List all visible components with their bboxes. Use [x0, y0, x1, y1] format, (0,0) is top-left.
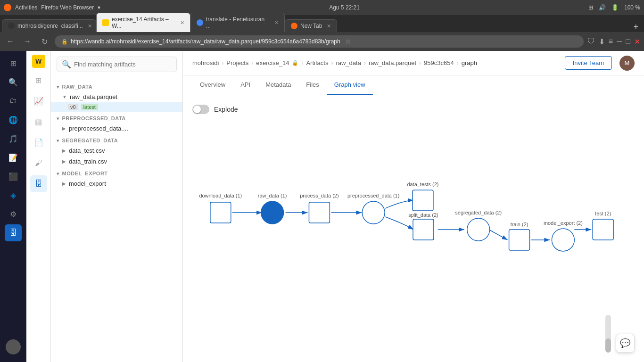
search-input[interactable] — [74, 61, 172, 68]
node-preprocessed-data-label: preprocessed_data (1) — [347, 193, 399, 198]
version-item-v0[interactable]: v0 latest — [51, 102, 182, 112]
artifact-item-preprocessed-data[interactable]: ▶ preprocessed_data.... — [51, 123, 182, 134]
wandb-tab-icon — [102, 19, 109, 26]
tab-github-label: mohrosidi/genre_classifi... — [17, 23, 83, 29]
raw-data-parquet-label: raw_data.parquet — [70, 93, 117, 100]
chat-button[interactable]: 💬 — [616, 334, 635, 353]
os-files-icon[interactable]: 🗂 — [5, 92, 22, 109]
tab-metadata[interactable]: Metadata — [258, 75, 298, 95]
collapse-model-export-icon: ▾ — [57, 171, 59, 176]
model-export-group-label: MODEL_EXPORT — [62, 171, 108, 176]
battery-label: 100 % — [624, 4, 640, 11]
breadcrumb-hash[interactable]: 959c3c654 — [424, 59, 454, 66]
breadcrumb-raw-data[interactable]: raw_data — [336, 59, 361, 66]
content-tabs: Overview API Metadata Files Graph view — [183, 75, 644, 95]
wandb-report-icon[interactable]: 📄 — [30, 134, 47, 151]
collapse-preprocessed-icon: ▾ — [57, 116, 59, 121]
os-db-icon[interactable]: 🗄 — [5, 224, 22, 241]
artifact-group-segregated-header[interactable]: ▾ SEGREGATED_DATA — [51, 136, 182, 145]
tab-wandb-close[interactable]: ✕ — [180, 20, 184, 26]
node-test[interactable] — [593, 219, 613, 240]
explode-switch[interactable] — [192, 105, 209, 114]
forward-button[interactable]: → — [21, 35, 34, 48]
artifact-item-model-export[interactable]: ▶ model_export — [51, 178, 182, 189]
minimize-button[interactable]: ─ — [617, 37, 622, 46]
wandb-brush-icon[interactable]: 🖌 — [30, 155, 47, 172]
wandb-chart-icon[interactable]: 📈 — [30, 92, 47, 109]
node-segregated-data[interactable] — [467, 218, 490, 241]
tab-newtab-close[interactable]: ✕ — [327, 23, 331, 29]
tab-wandb-label: exercise_14 Artifacts – W... — [112, 16, 175, 29]
artifact-item-data-test-csv[interactable]: ▶ data_test.csv — [51, 145, 182, 156]
tab-github-close[interactable]: ✕ — [88, 23, 92, 29]
node-model-export[interactable] — [552, 229, 574, 251]
tab-api[interactable]: API — [233, 75, 258, 95]
node-train-label: train (2) — [511, 222, 528, 227]
artifact-group-preprocessed-header[interactable]: ▾ PREPROCESSED_DATA — [51, 114, 182, 123]
node-download-data[interactable] — [210, 202, 231, 223]
tab-wandb[interactable]: exercise_14 Artifacts – W... ✕ — [96, 13, 190, 32]
node-train[interactable] — [509, 230, 530, 250]
tab-translate-close[interactable]: ✕ — [274, 20, 279, 26]
os-vscode-icon[interactable]: ◈ — [5, 187, 22, 204]
os-terminal-icon[interactable]: ⬛ — [5, 168, 22, 185]
menu-icon[interactable]: ≡ — [609, 37, 613, 46]
tab-files[interactable]: Files — [298, 75, 326, 95]
node-preprocessed-data[interactable] — [362, 201, 385, 224]
graph-view: Explode — [183, 95, 644, 362]
artifact-tree: ▾ RAW_DATA ▼ raw_data.parquet v0 latest — [51, 78, 182, 362]
os-apps-icon[interactable]: ⊞ — [5, 55, 22, 72]
tab-github[interactable]: mohrosidi/genre_classifi... ✕ — [2, 19, 96, 32]
wandb-home-icon[interactable]: ⊞ — [30, 72, 47, 89]
edge-preprocessed-splitdata — [385, 217, 413, 230]
sound-icon: 🔊 — [599, 4, 606, 11]
scrollbar-area[interactable] — [605, 315, 611, 353]
version-latest-badge: latest — [81, 104, 98, 110]
artifact-item-raw-data-parquet[interactable]: ▼ raw_data.parquet — [51, 91, 182, 102]
invite-team-button[interactable]: Invite Team — [565, 56, 612, 70]
tab-graph-view[interactable]: Graph view — [327, 75, 373, 95]
os-settings-icon[interactable]: ⚙ — [5, 206, 22, 222]
breadcrumb-raw-data-parquet[interactable]: raw_data.parquet — [369, 59, 416, 66]
os-text-icon[interactable]: 📝 — [5, 149, 22, 166]
breadcrumb-exercise14[interactable]: exercise_14 — [256, 59, 289, 66]
version-v0-badge: v0 — [68, 104, 78, 110]
node-data-tests[interactable] — [413, 190, 433, 211]
artifact-group-raw-data-header[interactable]: ▾ RAW_DATA — [51, 82, 182, 91]
tab-newtab[interactable]: New Tab ✕ — [285, 19, 337, 32]
preprocessed-group-label: PREPROCESSED_DATA — [62, 115, 126, 121]
back-button[interactable]: ← — [4, 35, 17, 48]
tab-newtab-label: New Tab — [300, 23, 322, 29]
node-process-data[interactable] — [309, 202, 330, 223]
tab-translate[interactable]: translate - Penelusuran ... ✕ — [190, 13, 285, 32]
os-search-icon[interactable]: 🔍 — [5, 74, 22, 90]
reload-button[interactable]: ↻ — [38, 35, 51, 48]
url-bar[interactable]: 🔒 https://wandb.ai/mohrosidi/exercise_14… — [55, 35, 584, 48]
expand-data-train-icon: ▶ — [62, 159, 66, 164]
os-firefox-icon[interactable]: 🌐 — [5, 111, 22, 128]
firefox-tab-icon — [291, 23, 297, 29]
maximize-button[interactable]: □ — [626, 37, 630, 46]
bookmark-icon[interactable]: ☆ — [345, 38, 351, 45]
node-split-data[interactable] — [413, 219, 434, 240]
wandb-table-icon[interactable]: ▦ — [30, 113, 47, 130]
scrollbar-thumb[interactable] — [605, 338, 611, 353]
network-icon: ⊞ — [588, 4, 593, 11]
breadcrumb-mohrosidi[interactable]: mohrosidi — [192, 59, 219, 66]
node-process-data-label: process_data (2) — [300, 193, 339, 198]
node-raw-data[interactable] — [261, 201, 284, 224]
artifact-group-model-export-header[interactable]: ▾ MODEL_EXPORT — [51, 169, 182, 178]
new-tab-button[interactable]: + — [629, 22, 642, 32]
os-music-icon[interactable]: 🎵 — [5, 130, 22, 147]
main-content: mohrosidi › Projects › exercise_14 🔒 › A… — [183, 51, 644, 362]
tab-overview[interactable]: Overview — [192, 75, 233, 95]
search-box[interactable]: 🔍 — [57, 57, 177, 72]
download-icon[interactable]: ⬇ — [599, 37, 605, 46]
artifact-search: 🔍 — [51, 51, 182, 78]
close-button[interactable]: ✕ — [634, 37, 640, 46]
wandb-artifact-icon[interactable]: 🗄 — [30, 175, 47, 192]
artifact-group-preprocessed: ▾ PREPROCESSED_DATA ▶ preprocessed_data.… — [51, 114, 182, 134]
breadcrumb-artifacts[interactable]: Artifacts — [306, 59, 328, 66]
breadcrumb-projects[interactable]: Projects — [226, 59, 248, 66]
artifact-item-data-train-csv[interactable]: ▶ data_train.csv — [51, 156, 182, 167]
